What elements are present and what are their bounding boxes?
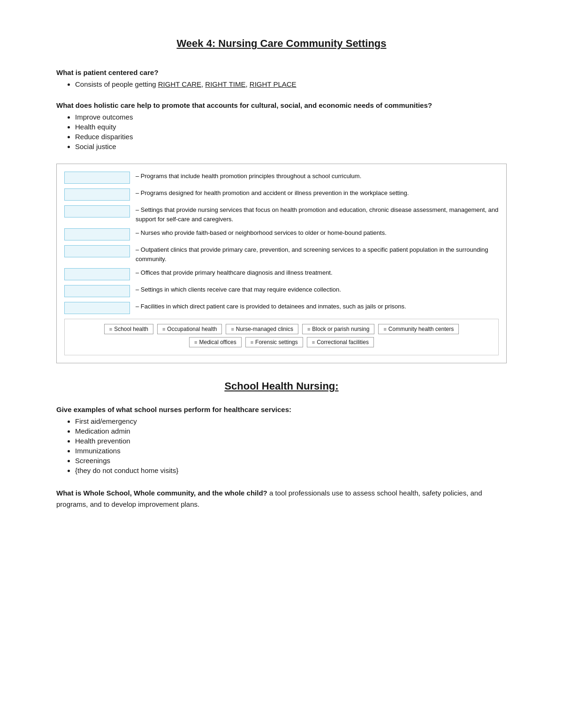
match-row-7: – Settings in which clients receive care… (64, 285, 499, 297)
tag-block-parish-nursing[interactable]: ≡ Block or parish nursing (302, 324, 374, 334)
bullet-list-patient-centered-care: Consists of people getting RIGHT CARE, R… (56, 80, 507, 88)
match-box-4[interactable] (64, 228, 130, 240)
list-item: First aid/emergency (75, 417, 507, 425)
question-school-nurses: Give examples of what school nurses perf… (56, 405, 507, 413)
match-text-5: – Outpatient clinics that provide primar… (136, 245, 499, 263)
tag-community-health-centers[interactable]: ≡ Community health centers (378, 324, 459, 334)
tags-area: ≡ School health ≡ Occupational health ≡ … (64, 319, 499, 355)
section-holistic-care: What does holistic care help to promote … (56, 101, 507, 150)
list-item: {they do not conduct home visits} (75, 466, 507, 474)
match-row-4: – Nurses who provide faith-based or neig… (64, 228, 499, 240)
bullet-list-school-nurses: First aid/emergency Medication admin Hea… (56, 417, 507, 474)
tags-row-1: ≡ School health ≡ Occupational health ≡ … (72, 324, 491, 334)
match-row-3: – Settings that provide nursing services… (64, 205, 499, 224)
match-text-4: – Nurses who provide faith-based or neig… (136, 228, 387, 238)
tag-label-forensic-settings: Forensic settings (255, 339, 298, 345)
match-row-6: – Offices that provide primary healthcar… (64, 268, 499, 280)
emphasis-right-care: RIGHT CARE (158, 80, 201, 88)
match-box-1[interactable] (64, 172, 130, 184)
tag-label-correctional-facilities: Correctional facilities (317, 339, 369, 345)
whole-school-bold: What is Whole School, Whole community, a… (56, 489, 267, 497)
match-text-7: – Settings in which clients receive care… (136, 285, 341, 294)
match-box-8[interactable] (64, 302, 130, 314)
list-item: Reduce disparities (75, 133, 507, 141)
tag-icon-school-health: ≡ (109, 326, 112, 332)
tag-correctional-facilities[interactable]: ≡ Correctional facilities (307, 337, 374, 347)
match-box-5[interactable] (64, 245, 130, 257)
tag-icon-medical-offices: ≡ (194, 339, 197, 345)
match-text-3: – Settings that provide nursing services… (136, 205, 499, 224)
tag-label-nurse-managed-clinics: Nurse-managed clinics (236, 326, 293, 332)
question-holistic-care: What does holistic care help to promote … (56, 101, 507, 109)
match-box-2[interactable] (64, 188, 130, 201)
list-item: Improve outcomes (75, 113, 507, 121)
tag-icon-occupational-health: ≡ (162, 326, 165, 332)
section-school-health-nursing: Give examples of what school nurses perf… (56, 405, 507, 474)
tag-nurse-managed-clinics[interactable]: ≡ Nurse-managed clinics (226, 324, 298, 334)
match-text-6: – Offices that provide primary healthcar… (136, 268, 333, 278)
matching-exercise: – Programs that include health promotion… (56, 164, 507, 363)
page-title: Week 4: Nursing Care Community Settings (56, 38, 507, 50)
match-row-5: – Outpatient clinics that provide primar… (64, 245, 499, 263)
school-health-nursing-title: School Health Nursing: (56, 380, 507, 392)
list-item: Medication admin (75, 427, 507, 435)
tag-icon-community-health-centers: ≡ (383, 326, 386, 332)
list-item: Health prevention (75, 437, 507, 445)
match-box-7[interactable] (64, 285, 130, 297)
tag-icon-block-parish-nursing: ≡ (307, 326, 310, 332)
tag-icon-forensic-settings: ≡ (251, 339, 253, 345)
match-row-2: – Programs designed for health promotion… (64, 188, 499, 201)
tags-row-2: ≡ Medical offices ≡ Forensic settings ≡ … (72, 337, 491, 347)
tag-label-school-health: School health (114, 326, 148, 332)
tag-label-occupational-health: Occupational health (167, 326, 217, 332)
tag-occupational-health[interactable]: ≡ Occupational health (157, 324, 222, 334)
tag-label-community-health-centers: Community health centers (388, 326, 454, 332)
whole-school-paragraph: What is Whole School, Whole community, a… (56, 488, 507, 510)
question-patient-centered-care: What is patient centered care? (56, 68, 507, 76)
tag-forensic-settings[interactable]: ≡ Forensic settings (245, 337, 303, 347)
emphasis-right-place: RIGHT PLACE (250, 80, 297, 88)
tag-medical-offices[interactable]: ≡ Medical offices (189, 337, 242, 347)
tag-label-block-parish-nursing: Block or parish nursing (312, 326, 369, 332)
list-item: Immunizations (75, 447, 507, 455)
list-item: Consists of people getting RIGHT CARE, R… (75, 80, 507, 88)
list-item: Health equity (75, 123, 507, 131)
match-text-8: – Facilities in which direct patient car… (136, 302, 406, 311)
tag-label-medical-offices: Medical offices (199, 339, 236, 345)
emphasis-right-time: RIGHT TIME (205, 80, 245, 88)
match-box-3[interactable] (64, 205, 130, 218)
tag-school-health[interactable]: ≡ School health (104, 324, 153, 334)
section-patient-centered-care: What is patient centered care? Consists … (56, 68, 507, 88)
list-item: Social justice (75, 143, 507, 150)
match-box-6[interactable] (64, 268, 130, 280)
match-row-1: – Programs that include health promotion… (64, 172, 499, 184)
match-text-1: – Programs that include health promotion… (136, 172, 361, 181)
tag-icon-correctional-facilities: ≡ (312, 339, 315, 345)
match-text-2: – Programs designed for health promotion… (136, 188, 409, 198)
list-item: Screenings (75, 457, 507, 465)
match-row-8: – Facilities in which direct patient car… (64, 302, 499, 314)
bullet-list-holistic-care: Improve outcomes Health equity Reduce di… (56, 113, 507, 150)
tag-icon-nurse-managed-clinics: ≡ (231, 326, 234, 332)
